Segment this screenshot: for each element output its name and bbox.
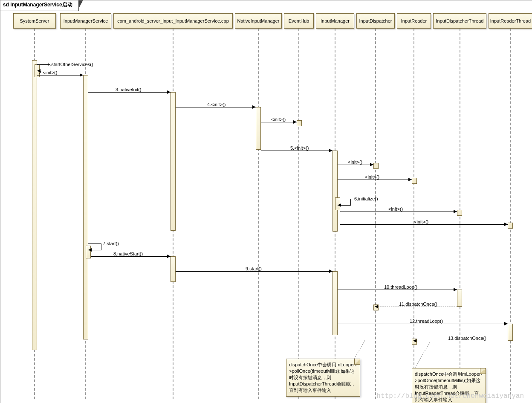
arrow-head-7 (88, 248, 92, 252)
activation-irt (508, 324, 513, 341)
activation-cpp-1 (171, 92, 176, 231)
participant-p8: InputDispatcherThread (433, 13, 486, 29)
msg-13: 13.dispatchOnce() (448, 336, 486, 342)
msg-4: 4.<init>() (207, 102, 226, 108)
msg-12: 12.threadLoop() (410, 319, 443, 325)
participant-p4: EventHub (284, 13, 314, 29)
msg-5c: <init>() (365, 174, 379, 180)
arrow-head-9 (329, 270, 332, 273)
activation-idt (457, 290, 462, 307)
msg-8: 8.nativeStart() (113, 251, 143, 257)
watermark: http://blog.csdn.net/chenweiaiyanyan (376, 392, 524, 400)
lifeline-p3 (258, 29, 259, 399)
msg-6b: <init>() (388, 206, 403, 212)
note-1: dispatchOnce中会调用mLooper->pollOnce(timeou… (286, 359, 360, 397)
arrow-head-4 (252, 105, 256, 109)
participant-p3: NativeInputManager (235, 13, 282, 29)
msg-11: 11.dispatchOnce() (399, 302, 437, 307)
msg-4b: <init>() (271, 117, 286, 123)
arrow-head-6c (504, 223, 508, 226)
arrow-head-12 (504, 322, 508, 325)
act-reader-init (412, 178, 417, 184)
arrow-head-11 (375, 305, 378, 308)
msg-2: 2.<init>() (39, 70, 57, 76)
msg-5: 5.<init>() (290, 145, 309, 151)
note-line-2 (415, 342, 430, 368)
participant-p5: InputManager (316, 13, 354, 29)
msg-7: 7.start() (103, 241, 119, 247)
arrow-head-5 (329, 149, 332, 152)
arrow-head-10 (454, 288, 457, 291)
lifeline-p6 (375, 29, 376, 399)
lifeline-p4 (298, 29, 299, 399)
msg-9: 9.start() (246, 266, 262, 272)
act-eventhub-init (297, 120, 302, 126)
msg-1: 1.startOtherServices() (47, 62, 93, 68)
msg-6c: <init>() (414, 219, 428, 225)
frame-title: sd InputManagerService启动 (0, 0, 79, 11)
activation-inputmanager-2 (332, 271, 338, 335)
act-dispatcher-init (373, 163, 379, 169)
act-idt-init (457, 210, 462, 216)
arrow-head-5b (370, 163, 373, 166)
lifeline-p9 (510, 29, 511, 399)
sequence-diagram-frame: sd InputManagerService启动 SystemServerInp… (0, 0, 532, 403)
msg-5b: <init>() (348, 159, 362, 165)
activation-systemserver (32, 60, 37, 350)
participant-p1: InputManagerService (60, 13, 111, 29)
participant-p6: InputDispatcher (356, 13, 395, 29)
activation-cpp-2 (171, 256, 176, 282)
participant-p9: InputReaderThread (489, 13, 532, 29)
arrow-head-3 (167, 90, 171, 94)
arrow-head-6 (338, 203, 341, 207)
msg-10: 10.threadLoop() (384, 284, 417, 290)
arrow-head-2 (80, 73, 83, 77)
activation-inputmanager-1 (332, 151, 338, 232)
arrow-head-13 (413, 339, 416, 342)
arrow-head-5c (408, 178, 412, 181)
arrow-head-8 (167, 255, 171, 258)
participant-p0: SystemServer (13, 13, 56, 29)
act-irt-init (508, 223, 513, 229)
arrow-head-4b (293, 120, 297, 124)
activation-nim (256, 107, 261, 150)
arrow-head-6b (454, 210, 457, 213)
msg-6: 6.initialize() (354, 196, 378, 202)
note-line-1 (354, 340, 365, 359)
msg-3: 3.nativeInit() (116, 87, 142, 93)
participant-p7: InputReader (397, 13, 431, 29)
participant-p2: com_android_server_input_InputManagerSer… (113, 13, 233, 29)
activation-ims (83, 75, 88, 339)
